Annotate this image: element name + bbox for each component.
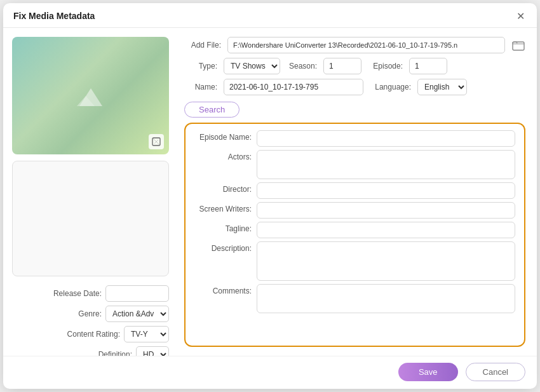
add-file-row: Add File:	[184, 37, 525, 53]
actors-label: Actors:	[194, 150, 252, 161]
name-label: Name:	[184, 83, 217, 91]
description-row: Description:	[194, 241, 515, 281]
language-select[interactable]: English Spanish French	[417, 79, 467, 95]
type-label: Type:	[184, 62, 217, 71]
screen-writers-input[interactable]	[257, 202, 515, 219]
definition-row: Definition: HD SD 4K	[12, 346, 169, 356]
comments-input[interactable]	[257, 284, 515, 313]
type-row: Type: TV Shows Movie Music Season: Episo…	[184, 58, 525, 74]
save-button[interactable]: Save	[398, 363, 458, 381]
director-label: Director:	[194, 182, 252, 194]
comments-row: Comments:	[194, 284, 515, 313]
release-date-row: Release Date:	[12, 285, 169, 302]
titlebar: Fix Media Metadata ✕	[3, 3, 537, 28]
add-file-input[interactable]	[227, 37, 505, 53]
episode-name-input[interactable]	[257, 130, 515, 147]
tagline-label: Tagline:	[194, 222, 252, 233]
genre-select[interactable]: Action &Adv Drama Comedy	[105, 306, 169, 322]
right-panel: Add File: Type: TV Shows	[178, 28, 537, 356]
content-rating-select[interactable]: TV-Y TV-G TV-PG TV-14 TV-MA	[124, 326, 169, 342]
season-input[interactable]	[323, 58, 361, 74]
description-label: Description:	[194, 241, 252, 253]
actors-row: Actors:	[194, 150, 515, 179]
fix-media-metadata-window: Fix Media Metadata ✕	[3, 3, 537, 389]
release-date-input[interactable]	[105, 285, 169, 302]
description-input[interactable]	[257, 241, 515, 281]
episode-name-row: Episode Name:	[194, 130, 515, 147]
edit-thumbnail-button[interactable]	[149, 134, 164, 149]
name-input[interactable]	[224, 79, 363, 95]
genre-label: Genre:	[44, 309, 102, 318]
name-row: Name: Language: English Spanish French	[184, 79, 525, 95]
add-file-label: Add File:	[184, 41, 221, 50]
content-rating-row: Content Rating: TV-Y TV-G TV-PG TV-14 TV…	[12, 326, 169, 342]
type-select[interactable]: TV Shows Movie Music	[224, 58, 280, 74]
tagline-row: Tagline:	[194, 222, 515, 238]
svg-rect-3	[513, 42, 524, 50]
release-date-label: Release Date:	[44, 289, 102, 298]
left-fields: Release Date: Genre: Action &Adv Drama C…	[12, 283, 169, 356]
episode-label: Episode:	[368, 62, 403, 71]
window-title: Fix Media Metadata	[13, 11, 95, 21]
season-label: Season:	[287, 62, 317, 71]
comments-label: Comments:	[194, 284, 252, 295]
episode-name-label: Episode Name:	[194, 130, 252, 142]
screen-writers-label: Screen Writers:	[194, 202, 252, 213]
metadata-form-box: Episode Name: Actors: Director: Screen W…	[184, 123, 525, 347]
definition-label: Definition:	[75, 350, 132, 356]
language-label: Language:	[370, 83, 411, 91]
content-rating-label: Content Rating:	[63, 330, 120, 339]
main-content: Release Date: Genre: Action &Adv Drama C…	[3, 28, 537, 356]
mountain-icon	[77, 84, 105, 107]
actors-input[interactable]	[257, 150, 515, 179]
left-panel: Release Date: Genre: Action &Adv Drama C…	[3, 28, 178, 356]
director-input[interactable]	[257, 182, 515, 199]
bottom-bar: Save Cancel	[3, 356, 537, 389]
tagline-input[interactable]	[257, 222, 515, 238]
top-fields: Add File: Type: TV Shows	[184, 37, 525, 95]
close-button[interactable]: ✕	[514, 10, 527, 22]
preview-box	[12, 161, 169, 276]
thumbnail-box	[12, 37, 169, 154]
director-row: Director:	[194, 182, 515, 199]
genre-row: Genre: Action &Adv Drama Comedy	[12, 306, 169, 322]
folder-browse-button[interactable]	[511, 38, 525, 52]
definition-select[interactable]: HD SD 4K	[136, 346, 169, 356]
cancel-button[interactable]: Cancel	[466, 363, 525, 381]
screen-writers-row: Screen Writers:	[194, 202, 515, 219]
search-button[interactable]: Search	[184, 102, 240, 118]
episode-input[interactable]	[409, 58, 447, 74]
